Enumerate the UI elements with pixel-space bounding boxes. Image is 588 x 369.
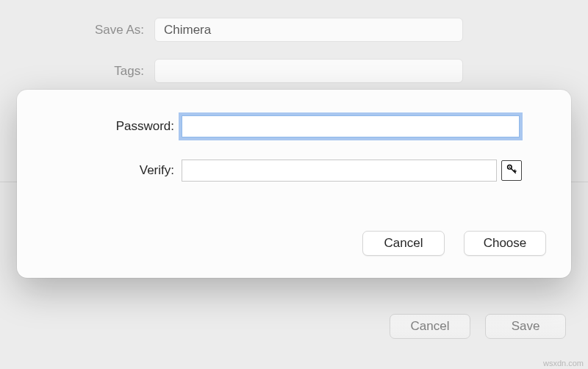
cancel-button[interactable]: Cancel xyxy=(362,231,445,256)
svg-point-1 xyxy=(509,166,510,168)
save-as-label: Save As: xyxy=(0,23,154,37)
bg-save-button: Save xyxy=(485,314,566,339)
password-input[interactable] xyxy=(182,115,520,137)
password-dialog: Password: Verify: Cancel Cho xyxy=(17,90,571,278)
tags-label: Tags: xyxy=(0,64,154,79)
choose-button[interactable]: Choose xyxy=(464,231,546,256)
password-row: Password: xyxy=(17,115,571,137)
password-label: Password: xyxy=(17,119,182,134)
key-icon xyxy=(506,163,517,178)
watermark: wsxdn.com xyxy=(543,359,584,368)
save-as-row: Save As: Chimera xyxy=(0,18,588,42)
verify-row: Verify: xyxy=(17,160,571,182)
bg-cancel-button: Cancel xyxy=(390,314,470,339)
save-as-field: Chimera xyxy=(154,18,463,42)
verify-input[interactable] xyxy=(182,160,497,182)
save-as-value: Chimera xyxy=(164,23,211,37)
verify-label: Verify: xyxy=(17,163,182,178)
modal-button-row: Cancel Choose xyxy=(362,231,546,256)
password-assistant-button[interactable] xyxy=(501,160,522,181)
tags-row: Tags: xyxy=(0,59,588,83)
tags-field xyxy=(154,59,463,83)
background-button-row: Cancel Save xyxy=(390,314,566,339)
